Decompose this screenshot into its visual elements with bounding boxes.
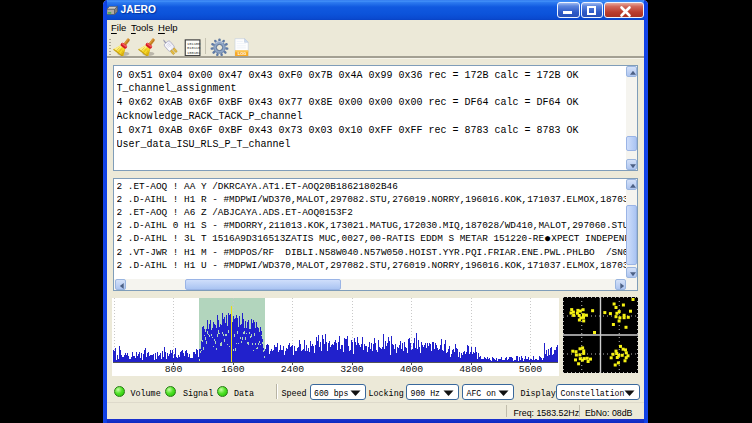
svg-text:4000: 4000 xyxy=(399,364,423,375)
svg-text:010110: 010110 xyxy=(186,46,199,50)
svg-text:3200: 3200 xyxy=(340,364,364,375)
svg-text:1600: 1600 xyxy=(221,364,245,375)
svg-text:101100: 101100 xyxy=(186,41,199,45)
svg-text:LOG: LOG xyxy=(238,51,247,56)
svg-text:2400: 2400 xyxy=(280,364,304,375)
svg-text:5600: 5600 xyxy=(518,364,542,375)
svg-text:800: 800 xyxy=(164,364,182,375)
svg-text:100101: 100101 xyxy=(186,51,200,55)
svg-text:4800: 4800 xyxy=(459,364,483,375)
